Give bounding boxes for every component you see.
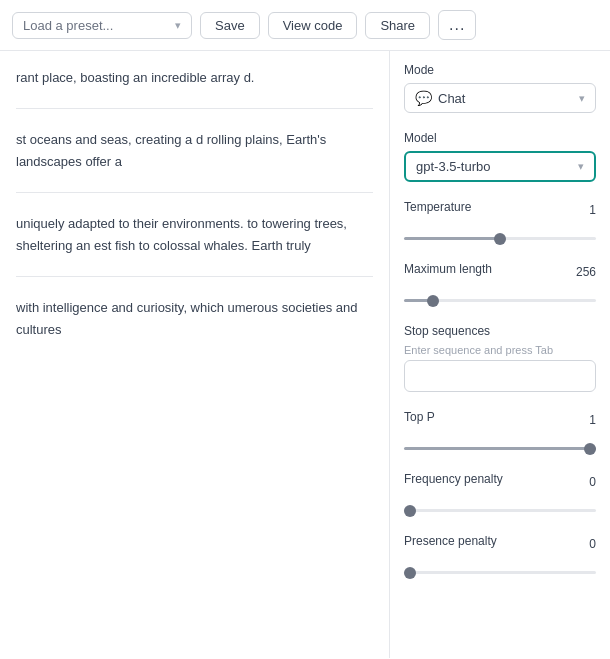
stop-sequences-input[interactable]: [404, 360, 596, 392]
chat-icon: 💬: [415, 90, 432, 106]
max-length-row: Maximum length 256: [404, 262, 596, 282]
preset-placeholder: Load a preset...: [23, 18, 113, 33]
stop-sequences-label: Stop sequences: [404, 324, 596, 338]
model-chevron-icon: ▾: [578, 160, 584, 173]
view-code-button[interactable]: View code: [268, 12, 358, 39]
top-p-slider[interactable]: [404, 447, 596, 450]
mode-chevron-icon: ▾: [579, 92, 585, 105]
preset-chevron-icon: ▾: [175, 19, 181, 32]
frequency-penalty-label: Frequency penalty: [404, 472, 503, 486]
stop-sequences-group: Stop sequences Enter sequence and press …: [404, 324, 596, 392]
temperature-row: Temperature 1: [404, 200, 596, 220]
settings-panel: Mode 💬 Chat ▾ Model gpt-3.5-turbo ▾ Temp…: [390, 51, 610, 658]
presence-penalty-label: Presence penalty: [404, 534, 497, 548]
top-p-row: Top P 1: [404, 410, 596, 430]
max-length-slider-container: [404, 288, 596, 306]
content-text-1: rant place, boasting an incredible array…: [16, 67, 373, 88]
model-group: Model gpt-3.5-turbo ▾: [404, 131, 596, 182]
preset-dropdown[interactable]: Load a preset... ▾: [12, 12, 192, 39]
model-dropdown[interactable]: gpt-3.5-turbo ▾: [404, 151, 596, 182]
mode-dropdown[interactable]: 💬 Chat ▾: [404, 83, 596, 113]
max-length-value: 256: [576, 265, 596, 279]
max-length-group: Maximum length 256: [404, 262, 596, 306]
model-label: Model: [404, 131, 596, 145]
top-p-group: Top P 1: [404, 410, 596, 454]
content-section-3: uniquely adapted to their environments. …: [16, 213, 373, 277]
temperature-slider[interactable]: [404, 237, 596, 240]
content-text-3: uniquely adapted to their environments. …: [16, 213, 373, 256]
frequency-penalty-slider[interactable]: [404, 509, 596, 512]
save-button[interactable]: Save: [200, 12, 260, 39]
content-panel: rant place, boasting an incredible array…: [0, 51, 390, 658]
mode-value: Chat: [438, 91, 465, 106]
content-section-1: rant place, boasting an incredible array…: [16, 67, 373, 109]
main-layout: rant place, boasting an incredible array…: [0, 51, 610, 658]
frequency-penalty-slider-container: [404, 498, 596, 516]
presence-penalty-group: Presence penalty 0: [404, 534, 596, 578]
model-value: gpt-3.5-turbo: [416, 159, 490, 174]
stop-sequences-hint: Enter sequence and press Tab: [404, 344, 596, 356]
content-section-2: st oceans and seas, creating a d rolling…: [16, 129, 373, 193]
content-text-4: with intelligence and curiosity, which u…: [16, 297, 373, 340]
mode-dropdown-left: 💬 Chat: [415, 90, 465, 106]
top-p-value: 1: [589, 413, 596, 427]
frequency-penalty-row: Frequency penalty 0: [404, 472, 596, 492]
more-button[interactable]: ...: [438, 10, 476, 40]
presence-penalty-slider-container: [404, 560, 596, 578]
frequency-penalty-value: 0: [589, 475, 596, 489]
content-section-4: with intelligence and curiosity, which u…: [16, 297, 373, 360]
content-text-2: st oceans and seas, creating a d rolling…: [16, 129, 373, 172]
presence-penalty-row: Presence penalty 0: [404, 534, 596, 554]
temperature-value: 1: [589, 203, 596, 217]
mode-group: Mode 💬 Chat ▾: [404, 63, 596, 113]
temperature-group: Temperature 1: [404, 200, 596, 244]
toolbar: Load a preset... ▾ Save View code Share …: [0, 0, 610, 51]
max-length-label: Maximum length: [404, 262, 492, 276]
top-p-slider-container: [404, 436, 596, 454]
presence-penalty-slider[interactable]: [404, 571, 596, 574]
mode-label: Mode: [404, 63, 596, 77]
temperature-label: Temperature: [404, 200, 471, 214]
max-length-slider[interactable]: [404, 299, 596, 302]
temperature-slider-container: [404, 226, 596, 244]
share-button[interactable]: Share: [365, 12, 430, 39]
top-p-label: Top P: [404, 410, 435, 424]
frequency-penalty-group: Frequency penalty 0: [404, 472, 596, 516]
presence-penalty-value: 0: [589, 537, 596, 551]
